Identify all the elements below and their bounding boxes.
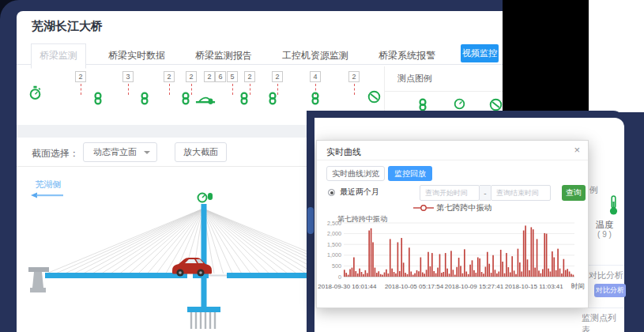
tab-realtime-curve-browse[interactable]: 实时曲线浏览 [326,166,385,181]
last-two-months-radio[interactable] [328,189,335,196]
bar [453,270,454,277]
link-icon[interactable] [181,92,190,108]
bar [477,258,479,277]
bar [504,274,506,277]
link-icon[interactable] [140,92,149,108]
bar [542,269,544,277]
bar [384,273,386,277]
bar [446,269,448,277]
bar [563,259,565,277]
bar [361,272,363,277]
page-title: 芜湖长江大桥 [32,19,103,34]
tab-bridge-monitoring[interactable]: 桥梁监测 [31,43,86,69]
link-icon[interactable] [311,92,320,108]
tab-bridge-system-alarm[interactable]: 桥梁系统报警 [371,44,443,68]
link-icon[interactable] [268,92,277,108]
bar [565,270,567,277]
range-separator: - [480,185,491,201]
sensor-count-badge: 2 [164,71,175,82]
video-monitor-button[interactable]: 视频监控 [461,44,499,62]
bar [407,274,409,277]
section-separator-band [17,125,307,138]
bar [409,247,410,277]
bar [454,275,456,277]
tab-ipc-resource-monitoring[interactable]: 工控机资源监测 [274,44,356,68]
sensor-count-badge: 3 [122,71,134,82]
thermometer-icon[interactable] [597,195,629,219]
section-select-dropdown[interactable]: 动态背立面 [83,142,157,162]
close-icon[interactable]: × [574,144,580,156]
last-two-months-label: 最近两个月 [340,187,379,198]
modal-title: 实时曲线 [326,146,361,158]
y-tick-label: 1,000 [327,251,341,258]
bar [365,270,367,277]
noentry-icon[interactable] [367,90,381,107]
sensor-dash-line [277,84,278,95]
bar [534,268,536,277]
bar [502,262,503,277]
y-tick-label: 500 [332,262,341,270]
bar [518,249,519,277]
bar [487,252,488,277]
bar [506,253,507,277]
bar [348,275,349,277]
link-icon[interactable] [93,92,103,108]
bridge-elevation-drawing [17,169,307,332]
bar [424,274,425,277]
bar [514,270,515,277]
bar [523,231,525,277]
sensor-count-badge: 2 [75,71,86,82]
bar [553,258,555,277]
query-end-time-input[interactable] [491,185,551,201]
query-start-time-input[interactable] [420,185,480,201]
tab-monitoring-playback[interactable]: 监控回放 [388,166,432,181]
enlarge-section-button[interactable]: 放大截面 [175,142,227,162]
sensor-dash-line [191,84,192,95]
bridge-icon[interactable] [195,92,216,109]
tab-bridge-realtime-data[interactable]: 桥梁实时数据 [100,44,173,68]
chevron-down-icon [144,151,150,157]
bar [473,270,475,277]
left-pier [28,267,49,292]
bar [378,271,379,277]
bar [456,267,458,277]
link-icon[interactable] [239,92,249,108]
x-tick-label: 2018-10-09 15:27:41 [445,283,503,290]
sensor-count-badge: 6 [215,71,226,82]
y-tick-label: 2,000 [327,230,341,237]
bar [481,272,483,277]
legend-title-fragment: 例 [589,184,598,196]
temperature-count: ( 9 ) [589,230,620,239]
bar [460,266,461,277]
tower-top-sensor-icon[interactable] [198,193,213,202]
bar [510,273,511,277]
tab-bridge-monitoring-report[interactable]: 桥梁监测报告 [187,44,260,68]
bar [500,250,502,277]
compare-analysis-button[interactable]: 对比分析 [594,284,626,297]
sensor-dash-line [81,84,81,95]
stopwatch-icon[interactable] [29,85,41,104]
bar [395,274,397,277]
bar [557,249,559,277]
bar [496,274,498,277]
bar [375,268,376,277]
bar [464,249,465,277]
scrollbar-thumb[interactable] [307,207,314,234]
bar [544,233,545,277]
temperature-label: 温度 [589,219,620,231]
bar [414,274,416,277]
bar [508,267,510,277]
bar [527,259,529,277]
bar [401,238,402,277]
legend-series-name: 第七跨跨中振动 [437,203,492,212]
x-tick-label: 2018-10-05 05:17:54 [385,283,443,290]
realtime-curve-modal: 实时曲线 × 实时曲线浏览 监控回放 最近两个月 - 查询 第七跨跨中振动 第七… [316,140,589,308]
bar [433,271,435,277]
bar [344,270,345,277]
bar [483,274,484,277]
compare-section-title: 对比分析 [589,270,623,281]
bar [391,269,393,277]
chart-legend[interactable]: 第七跨跨中振动 [317,202,588,213]
query-button[interactable]: 查询 [562,185,586,201]
bar [397,242,399,277]
